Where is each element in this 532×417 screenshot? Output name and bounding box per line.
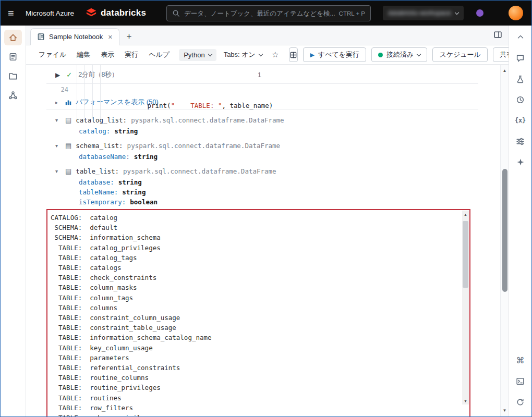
layout-grid-button[interactable] xyxy=(289,47,298,62)
chevron-up-icon xyxy=(516,33,525,41)
table-icon: ▤ xyxy=(65,168,71,175)
output-line: TABLE: constraint_column_usage xyxy=(51,313,457,323)
favorite-star-icon[interactable]: ☆ xyxy=(272,50,279,59)
field-type: string xyxy=(134,153,158,161)
field-name: database: xyxy=(79,178,114,186)
schedule-button[interactable]: スケジュール xyxy=(432,47,488,62)
sync-button[interactable] xyxy=(515,397,526,407)
output-line: TABLE: referential_constraints xyxy=(51,363,457,373)
search-input[interactable] xyxy=(184,10,335,17)
home-icon xyxy=(8,33,18,42)
version-history-button[interactable] xyxy=(515,94,526,105)
terminal-button[interactable] xyxy=(515,376,526,386)
main-scrollbar[interactable]: ▲ ▼ xyxy=(500,65,509,416)
sidebar-item-folders[interactable] xyxy=(4,68,22,84)
sidebar-item-home[interactable] xyxy=(4,30,22,45)
tab-sample-notebook[interactable]: Sample Notebook × xyxy=(30,28,119,45)
menu-edit[interactable]: 編集 xyxy=(71,48,95,62)
field-name: isTemporary: xyxy=(79,198,126,206)
experiments-button[interactable] xyxy=(515,73,526,84)
chevron-down-icon xyxy=(259,52,263,56)
output-line: TABLE: columns xyxy=(51,303,457,313)
environment-button[interactable] xyxy=(515,136,526,146)
shortcuts-button[interactable]: ⌘ xyxy=(515,355,526,365)
dataframe-row[interactable]: ▾ ▤ table_list: pyspark.sql.connect.data… xyxy=(46,165,500,177)
chevron-down-icon[interactable]: ▾ xyxy=(55,143,61,149)
comments-button[interactable] xyxy=(515,53,526,63)
code-token-rest: , table_name) xyxy=(222,102,273,109)
avatar[interactable] xyxy=(509,6,523,20)
databricks-brand[interactable]: databricks xyxy=(86,7,146,19)
variables-icon: {x} xyxy=(515,117,526,124)
dataframe-type: pyspark.sql.connect.dataframe.DataFrame xyxy=(131,116,284,124)
tab-title: Sample Notebook xyxy=(49,33,103,41)
menu-file[interactable]: ファイル xyxy=(33,48,71,62)
clock-icon xyxy=(516,95,525,104)
tabs-toggle[interactable]: Tabs: オン xyxy=(220,48,267,62)
success-check-icon: ✓ xyxy=(66,71,72,79)
indent-guide xyxy=(84,65,85,119)
command-icon: ⌘ xyxy=(516,355,525,365)
play-icon: ▶ xyxy=(310,52,314,58)
chevron-right-icon[interactable]: ▸ xyxy=(55,100,61,105)
menu-view[interactable]: 表示 xyxy=(95,48,119,62)
dataframe-row[interactable]: ▾ ▤ schema_list: pyspark.sql.connect.dat… xyxy=(46,139,500,152)
variable-explorer-button[interactable]: {x} xyxy=(515,115,526,126)
output-line: TABLE: information_schema_catalog_name xyxy=(51,333,457,342)
close-icon[interactable]: × xyxy=(108,33,112,41)
output-line: TABLE: key_column_usage xyxy=(51,343,457,353)
chevron-down-icon[interactable]: ▾ xyxy=(55,168,61,174)
scroll-up-arrow-icon[interactable]: ▲ xyxy=(462,211,469,218)
top-bar: ≡ Microsoft Azure databricks CTRL + P da… xyxy=(1,1,531,26)
assistant-button[interactable] xyxy=(515,157,526,167)
language-selector[interactable]: Python xyxy=(179,49,216,61)
workspace-name: databricks-workspace xyxy=(388,9,451,17)
run-all-label: すべてを実行 xyxy=(318,50,359,59)
search-shortcut-hint: CTRL + P xyxy=(339,10,365,17)
field-name: tableName: xyxy=(79,188,118,196)
tab-strip: Sample Notebook × + xyxy=(26,26,509,45)
output-line: TABLE: schema_privileges xyxy=(51,413,457,416)
cell-output-block[interactable]: CATALOG: catalog SCHEMA: default SCHEMA:… xyxy=(46,209,470,416)
dataframe-field: database: string xyxy=(46,177,500,187)
chevron-down-icon xyxy=(208,52,212,56)
schedule-label: スケジュール xyxy=(439,50,481,59)
code-editor-line[interactable]: 24 print(" TABLE: ", table_name) xyxy=(26,84,500,95)
scroll-down-arrow-icon[interactable]: ▼ xyxy=(501,406,509,414)
workspace-switcher[interactable]: databricks-workspace xyxy=(383,6,464,20)
dataframe-type: pyspark.sql.connect.dataframe.DataFrame xyxy=(123,167,276,175)
output-line: SCHEMA: default xyxy=(51,223,457,232)
global-search[interactable]: CTRL + P xyxy=(166,5,371,21)
scroll-up-arrow-icon[interactable]: ▲ xyxy=(501,66,509,75)
collapse-panel-button[interactable] xyxy=(515,32,526,42)
chevron-down-icon[interactable]: ▾ xyxy=(55,117,61,123)
run-cell-button[interactable]: ▶ xyxy=(55,71,60,79)
scroll-down-arrow-icon[interactable]: ▼ xyxy=(462,397,469,404)
catalog-graph-icon xyxy=(8,91,18,100)
code-text: print(" TABLE: ", table_name) xyxy=(77,65,273,117)
notebook-icon xyxy=(37,33,45,41)
scrollbar-thumb[interactable] xyxy=(502,169,507,292)
menu-help[interactable]: ヘルプ xyxy=(143,48,175,62)
output-scrollbar[interactable]: ▲ ▼ xyxy=(462,211,469,404)
hamburger-menu-icon[interactable]: ≡ xyxy=(8,8,21,18)
table-icon: ▤ xyxy=(65,117,71,124)
output-line: TABLE: catalog_privileges xyxy=(51,243,457,253)
sidebar-item-workspace[interactable] xyxy=(4,49,22,65)
add-tab-button[interactable]: + xyxy=(127,32,132,41)
terminal-icon xyxy=(516,377,525,386)
dataframe-field: catalog: string xyxy=(46,126,500,136)
field-name: catalog: xyxy=(79,127,110,135)
indent-guide xyxy=(92,65,93,119)
tabs-toggle-label: Tabs: オン xyxy=(224,50,256,59)
menu-run[interactable]: 実行 xyxy=(119,48,143,62)
output-line: SCHEMA: information_schema xyxy=(51,232,457,242)
notebook-content: ▶ ✓ 2分前（8秒） 1 24 print(" TABLE: ", table… xyxy=(26,65,500,416)
scrollbar-thumb[interactable] xyxy=(463,221,468,288)
run-all-button[interactable]: ▶ すべてを実行 xyxy=(303,47,366,62)
split-panel-icon[interactable] xyxy=(493,30,502,39)
sidebar-item-catalog[interactable] xyxy=(4,88,22,103)
output-lines: CATALOG: catalog SCHEMA: default SCHEMA:… xyxy=(47,210,469,416)
cluster-status-button[interactable]: 接続済み xyxy=(371,47,427,62)
output-line: TABLE: column_masks xyxy=(51,283,457,292)
